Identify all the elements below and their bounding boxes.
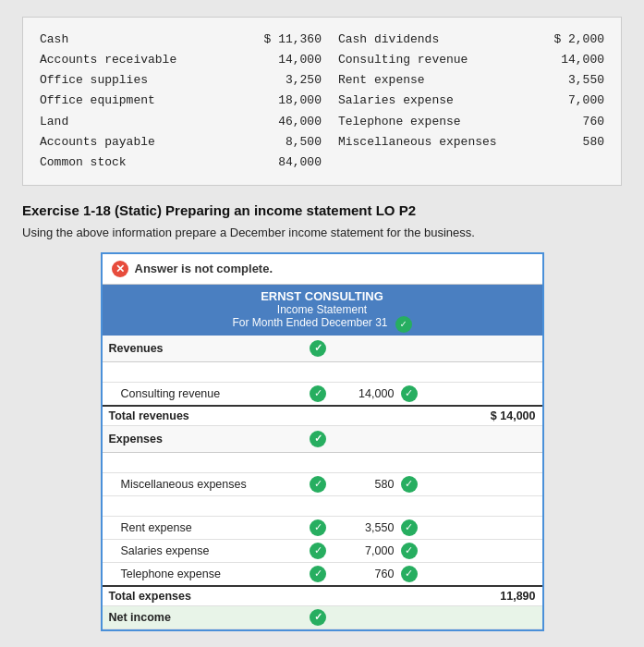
check-icon: ✓ [310, 609, 326, 626]
right-values: $ 2,000 14,000 3,550 7,000 760 580 [526, 31, 604, 172]
rent-expense-row: Rent expense ✓ 3,550 ✓ [103, 516, 542, 539]
revenues-label: Revenues [103, 336, 302, 362]
salaries-expense-row: Salaries expense ✓ 7,000 ✓ [103, 539, 542, 562]
rent-total [452, 516, 541, 539]
right-labels: Cash dividends Consulting revenue Rent e… [338, 31, 526, 172]
check-icon: ✓ [310, 476, 326, 493]
list-item: Miscellaneous expenses [338, 133, 526, 152]
telephone-check2 [424, 562, 452, 586]
list-item: 3,550 [526, 71, 604, 90]
salaries-check: ✓ [302, 539, 334, 562]
x-circle-icon: ✕ [112, 261, 128, 277]
empty-row [103, 495, 542, 516]
check-icon: ✓ [310, 566, 326, 582]
exercise-instruction: Using the above information prepare a De… [22, 226, 622, 239]
telephone-expense-row: Telephone expense ✓ 760 ✓ [103, 562, 542, 586]
list-item: 18,000 [212, 92, 322, 110]
check-icon: ✓ [401, 566, 418, 582]
total-expenses-row: Total expenses 11,890 [103, 586, 542, 606]
answer-status-bar: ✕ Answer is not complete. [103, 254, 542, 285]
total-revenues-row: Total revenues $ 14,000 [103, 406, 542, 426]
expenses-amount1 [334, 425, 423, 452]
expenses-label: Expenses [103, 425, 302, 452]
check-icon: ✓ [401, 543, 418, 559]
check-icon: ✓ [310, 431, 326, 447]
misc-expenses-value: 580 ✓ [334, 472, 423, 495]
total-revenues-check2 [424, 406, 452, 426]
list-item: Common stock [40, 153, 212, 172]
list-item: $ 2,000 [526, 31, 604, 49]
net-income-value [452, 605, 541, 629]
rent-expense-label: Rent expense [103, 516, 302, 539]
consulting-check: ✓ [302, 382, 334, 406]
list-item: Office equipment [40, 92, 212, 110]
check-icon: ✓ [401, 519, 418, 536]
total-expenses-value: 11,890 [452, 586, 541, 606]
statement-type: Income Statement [103, 303, 542, 316]
period-label: For Month Ended December 31 [232, 316, 387, 333]
answer-box: ✕ Answer is not complete. ERNST CONSULTI… [101, 252, 544, 631]
list-item: $ 11,360 [212, 31, 322, 49]
consulting-check2 [424, 382, 452, 406]
list-item: Office supplies [40, 71, 212, 90]
left-values: $ 11,360 14,000 3,250 18,000 46,000 8,50… [212, 31, 338, 172]
exercise-title: Exercise 1-18 (Static) Preparing an inco… [22, 202, 622, 218]
list-item: 46,000 [212, 113, 322, 131]
revenues-check: ✓ [302, 336, 334, 362]
list-item: 14,000 [526, 51, 604, 69]
revenues-amount1 [334, 336, 423, 362]
total-expenses-check [302, 586, 334, 606]
total-revenues-check [302, 406, 334, 426]
list-item: Salaries expense [338, 92, 526, 110]
telephone-expense-value: 760 ✓ [334, 562, 423, 586]
expenses-amount2 [452, 425, 541, 452]
check-icon: ✓ [310, 385, 326, 402]
list-item: 84,000 [212, 153, 322, 172]
misc-check2 [424, 472, 452, 495]
salaries-check2 [424, 539, 452, 562]
top-data-section: Cash Accounts receivable Office supplies… [22, 17, 622, 186]
list-item: 14,000 [212, 51, 322, 69]
total-revenues-value: $ 14,000 [452, 406, 541, 426]
consulting-revenue-value: 14,000 ✓ [334, 382, 423, 406]
list-item: Accounts payable [40, 133, 212, 152]
total-expenses-check2 [424, 586, 452, 606]
net-income-check: ✓ [302, 605, 334, 629]
rent-expense-value: 3,550 ✓ [334, 516, 423, 539]
check-icon: ✓ [310, 340, 326, 357]
expenses-check: ✓ [302, 425, 334, 452]
empty-row [103, 361, 542, 382]
telephone-total [452, 562, 541, 586]
list-item: 7,000 [526, 92, 604, 110]
misc-check: ✓ [302, 472, 334, 495]
income-statement-header: ERNST CONSULTING Income Statement For Mo… [103, 285, 542, 336]
consulting-revenue-row: Consulting revenue ✓ 14,000 ✓ [103, 382, 542, 406]
misc-total [452, 472, 541, 495]
salaries-total [452, 539, 541, 562]
misc-expenses-row: Miscellaneous expenses ✓ 580 ✓ [103, 472, 542, 495]
list-item: Land [40, 113, 212, 131]
check-icon: ✓ [401, 476, 418, 493]
list-item: 8,500 [212, 133, 322, 152]
net-income-label: Net income [103, 605, 302, 629]
list-item: Consulting revenue [338, 51, 526, 69]
salaries-expense-label: Salaries expense [103, 539, 302, 562]
list-item: Rent expense [338, 71, 526, 90]
expenses-section-header: Expenses ✓ [103, 425, 542, 452]
total-revenues-label: Total revenues [103, 406, 302, 426]
list-item: Accounts receivable [40, 51, 212, 69]
empty-row [103, 452, 542, 472]
list-item: Telephone expense [338, 113, 526, 131]
telephone-check: ✓ [302, 562, 334, 586]
salaries-expense-value: 7,000 ✓ [334, 539, 423, 562]
revenues-section-header: Revenues ✓ [103, 336, 542, 362]
list-item: 760 [526, 113, 604, 131]
total-expenses-label: Total expenses [103, 586, 302, 606]
check-icon: ✓ [310, 543, 326, 559]
net-income-amount1 [334, 605, 423, 629]
left-labels: Cash Accounts receivable Office supplies… [40, 31, 212, 172]
net-income-row: Net income ✓ [103, 605, 542, 629]
list-item: 3,250 [212, 71, 322, 90]
consulting-revenue-label: Consulting revenue [103, 382, 302, 406]
list-item: 580 [526, 133, 604, 152]
